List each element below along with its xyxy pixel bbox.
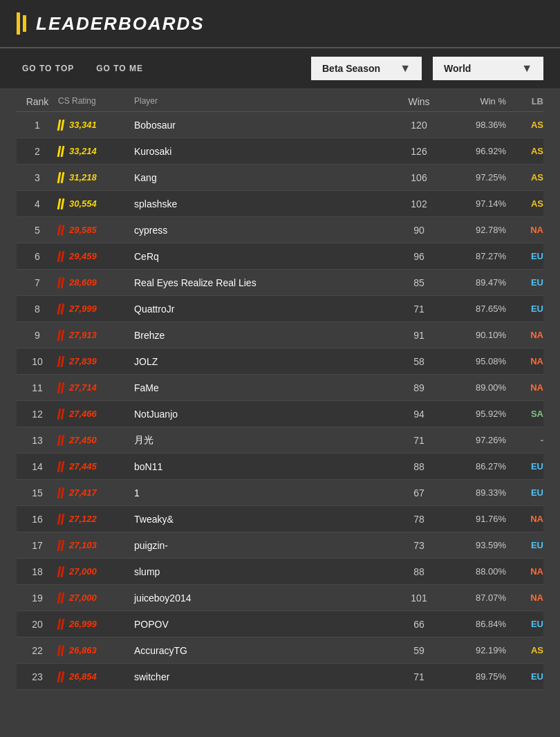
slash-bar-2 [61, 330, 65, 341]
slash-bar-2 [61, 487, 65, 498]
table-row[interactable]: 11 27,714 FaMe 89 89.00% NA [17, 375, 543, 401]
cell-rating: 27,000 [58, 566, 134, 577]
cell-player: CeRq [134, 251, 391, 262]
rating-value: 33,214 [69, 146, 97, 156]
table-row[interactable]: 18 27,000 slump 88 88.00% NA [17, 559, 543, 585]
cell-winpct: 91.76% [447, 514, 509, 524]
rating-icon [58, 304, 64, 315]
slash-bar-2 [61, 435, 65, 446]
table-row[interactable]: 9 27,913 Brehze 91 90.10% NA [17, 322, 543, 348]
table-row[interactable]: 15 27,417 1 67 89.33% EU [17, 480, 543, 506]
slash-bar-2 [61, 277, 65, 288]
cell-winpct: 95.92% [447, 409, 509, 419]
table-row[interactable]: 7 28,609 Real Eyes Realize Real Lies 85 … [17, 270, 543, 296]
table-row[interactable]: 22 26,863 AccuracyTG 59 92.19% AS [17, 637, 543, 664]
region-dropdown[interactable]: World ▼ [433, 57, 543, 80]
cell-rating: 33,214 [58, 146, 134, 157]
rating-icon [58, 409, 64, 420]
cell-player: JOLZ [134, 356, 391, 367]
rating-icon [58, 540, 64, 551]
go-to-top-button[interactable]: GO TO TOP [17, 61, 80, 76]
bar-icon-2 [23, 15, 26, 32]
cell-rank: 2 [17, 146, 58, 157]
slash-bar-2 [61, 461, 65, 472]
cell-wins: 58 [391, 356, 447, 367]
table-row[interactable]: 14 27,445 boN11 88 86.27% EU [17, 454, 543, 480]
season-dropdown[interactable]: Beta Season ▼ [311, 57, 422, 80]
table-row[interactable]: 10 27,839 JOLZ 58 95.08% NA [17, 348, 543, 375]
cell-player: Brehze [134, 330, 391, 341]
cell-winpct: 90.10% [447, 330, 509, 340]
cell-player: POPOV [134, 619, 391, 630]
cell-wins: 59 [391, 645, 447, 656]
cell-player: 月光 [134, 434, 391, 447]
rating-value: 28,609 [69, 277, 97, 288]
col-header-wins: Wins [391, 96, 447, 107]
slash-bar-2 [61, 540, 65, 551]
table-row[interactable]: 1 33,341 Bobosaur 120 98.36% AS [17, 112, 543, 138]
cell-wins: 102 [391, 198, 447, 209]
cell-lb: NA [509, 225, 543, 235]
table-row[interactable]: 13 27,450 月光 71 97.26% - [17, 427, 543, 454]
cell-lb: AS [509, 198, 543, 209]
cell-lb: NA [509, 566, 543, 577]
cell-rank: 20 [17, 619, 58, 630]
table-row[interactable]: 19 27,000 juiceboy2014 101 87.07% NA [17, 585, 543, 611]
table-row[interactable]: 2 33,214 Kurosaki 126 96.92% AS [17, 138, 543, 165]
cell-player: Bobosaur [134, 120, 391, 131]
cell-player: NotJuanjo [134, 409, 391, 420]
table-row[interactable]: 20 26,999 POPOV 66 86.84% EU [17, 611, 543, 637]
cell-winpct: 89.00% [447, 382, 509, 393]
controls-bar: GO TO TOP GO TO ME Beta Season ▼ World ▼ [0, 48, 560, 89]
slash-bar-2 [61, 593, 65, 604]
col-header-rank: Rank [17, 96, 58, 107]
rating-icon [58, 330, 64, 341]
cell-lb: EU [509, 251, 543, 261]
table-row[interactable]: 3 31,218 Kang 106 97.25% AS [17, 165, 543, 191]
cell-rank: 18 [17, 566, 58, 577]
rating-value: 27,466 [69, 409, 97, 419]
table-row[interactable]: 4 30,554 splashske 102 97.14% AS [17, 191, 543, 217]
table-row[interactable]: 17 27,103 puigzin- 73 93.59% EU [17, 532, 543, 559]
cell-rank: 1 [17, 120, 58, 131]
slash-bar-2 [61, 645, 65, 656]
table-row[interactable]: 6 29,459 CeRq 96 87.27% EU [17, 243, 543, 270]
cell-rating: 29,459 [58, 251, 134, 262]
rating-icon [58, 487, 64, 498]
table-row[interactable]: 5 29,585 cypress 90 92.78% NA [17, 217, 543, 243]
rating-icon [58, 645, 64, 656]
table-row[interactable]: 12 27,466 NotJuanjo 94 95.92% SA [17, 401, 543, 427]
rating-value: 27,000 [69, 566, 97, 577]
rating-value: 27,122 [69, 514, 97, 524]
rating-icon [58, 619, 64, 630]
cell-rating: 26,999 [58, 619, 134, 630]
cell-rating: 27,417 [58, 487, 134, 498]
table-header: Rank CS Rating Player Wins Win % LB [17, 89, 543, 112]
col-header-cs-rating: CS Rating [58, 96, 134, 107]
header: LEADERBOARDS [0, 0, 560, 48]
cell-player: switcher [134, 671, 391, 682]
table-row[interactable]: 8 27,999 QuattroJr 71 87.65% EU [17, 296, 543, 322]
cell-player: Tweaky& [134, 514, 391, 525]
cell-rating: 30,554 [58, 198, 134, 209]
table-row[interactable]: 16 27,122 Tweaky& 78 91.76% NA [17, 506, 543, 532]
table-row[interactable]: 23 26,854 switcher 71 89.75% EU [17, 664, 543, 690]
slash-bar-2 [61, 514, 65, 525]
rating-icon [58, 566, 64, 577]
slash-bar-2 [61, 409, 65, 420]
cell-rating: 27,445 [58, 461, 134, 472]
rating-icon [58, 225, 64, 236]
rating-value: 26,854 [69, 671, 97, 682]
slash-bar-2 [61, 225, 65, 236]
rating-value: 27,913 [69, 330, 97, 340]
cell-rank: 19 [17, 593, 58, 604]
cell-rank: 15 [17, 487, 58, 498]
slash-bar-2 [61, 251, 65, 262]
cell-rank: 14 [17, 461, 58, 472]
cell-winpct: 92.78% [447, 225, 509, 235]
go-to-me-button[interactable]: GO TO ME [91, 61, 149, 76]
rating-icon [58, 120, 64, 131]
rating-icon [58, 146, 64, 157]
cell-rank: 11 [17, 382, 58, 393]
rating-value: 27,999 [69, 304, 97, 314]
